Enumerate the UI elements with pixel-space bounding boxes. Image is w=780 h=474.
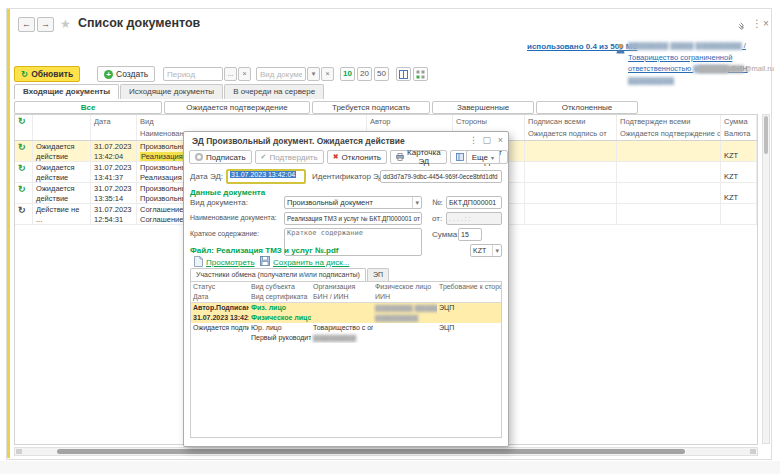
- combo-arrow-icon[interactable]: ▾: [412, 197, 419, 208]
- row-date: 31.07.2023: [94, 205, 133, 215]
- participant-iin-redacted: ▇▇▇▇▇▇▇▇: [375, 313, 435, 323]
- combo-arrow-icon[interactable]: ▾: [492, 245, 499, 256]
- dialog-close-icon[interactable]: ×: [498, 135, 503, 145]
- page-size-10[interactable]: 10: [340, 67, 355, 81]
- participant-requirement: ЭЦП: [439, 323, 499, 333]
- tab-outgoing[interactable]: Исходящие документы: [120, 84, 223, 99]
- page-size-50[interactable]: 50: [374, 67, 389, 81]
- row-date: 31.07.2023: [94, 142, 133, 152]
- col-awaiting-confirm[interactable]: Ожидается подтверждение от: [620, 128, 717, 140]
- tab-signatures[interactable]: ЭП: [367, 268, 389, 281]
- decline-button[interactable]: ✖ Отклонить: [327, 150, 387, 164]
- refresh-button[interactable]: ↻ Обновить: [14, 66, 80, 82]
- doc-type-clear-button[interactable]: ×: [321, 67, 334, 81]
- get-link-icon[interactable]: [736, 21, 746, 31]
- pcol-bin[interactable]: БИН / ИИН: [313, 292, 371, 302]
- participant-row[interactable]: Автор.Подписан 31.07.2023 13:42:04 Физ. …: [191, 303, 501, 323]
- save-file-link[interactable]: Сохранить на диск...: [273, 258, 349, 267]
- dialog-tabs: Участники обмена (получатели и/или подпи…: [190, 268, 390, 281]
- participant-org: Товарищество с огран..: [313, 323, 371, 333]
- pcol-cert[interactable]: Вид сертификата: [251, 292, 309, 302]
- ed-date-value: 31.07.2023 13:42:04: [230, 171, 296, 178]
- sign-label: Подписать: [206, 153, 246, 162]
- filter-completed[interactable]: Завершенные: [432, 101, 534, 114]
- doc-from-field[interactable]: . . . . : :: [446, 212, 502, 225]
- chevron-down-icon: ▾: [491, 154, 494, 161]
- doc-number-field[interactable]: БКТ.ДП000001: [446, 196, 502, 209]
- dialog-maximize-icon[interactable]: ▢: [482, 135, 491, 145]
- col-awaiting-sign[interactable]: Ожидается подпись от: [528, 128, 613, 140]
- pcol-requirement[interactable]: Требование к стороне: [439, 282, 499, 292]
- doc-currency-combo[interactable]: ▾ KZT: [470, 244, 502, 257]
- sign-button[interactable]: Подписать: [189, 150, 252, 164]
- doc-name-field[interactable]: Реализация ТМЗ и услуг № БКТ.ДП000001 от…: [284, 212, 422, 225]
- horizontal-scrollbar[interactable]: [14, 447, 758, 456]
- current-user-info[interactable]: ▇▇▇▇▇▇▇ ▇▇▇▇ ▇▇▇▇▇▇▇▇ / Товарищество сог…: [628, 39, 774, 85]
- filter-need-sign[interactable]: Требуется подписать: [312, 101, 430, 114]
- period-clear-button[interactable]: ×: [238, 67, 251, 81]
- scroll-left-button[interactable]: [16, 449, 22, 454]
- close-window-icon[interactable]: ×: [763, 18, 769, 29]
- col-kind[interactable]: Вид: [140, 116, 363, 128]
- confirm-button[interactable]: ✔ Подтвердить: [255, 150, 324, 164]
- view-file-link[interactable]: Просмотреть: [206, 258, 255, 267]
- col-author[interactable]: Автор: [370, 116, 449, 128]
- doc-kind-value: Произвольный документ: [287, 198, 373, 207]
- tab-incoming[interactable]: Входящие документы: [14, 84, 119, 99]
- period-input[interactable]: [163, 67, 223, 81]
- col-date[interactable]: Дата: [94, 116, 133, 128]
- pcol-subject[interactable]: Вид субъекта: [251, 282, 309, 292]
- participant-row[interactable]: Ожидается подпись Юр. лицо Первый руково…: [191, 323, 501, 343]
- save-icon: [260, 256, 270, 266]
- ed-card-button[interactable]: Карточка ЭД: [390, 150, 447, 164]
- doc-kind-combo[interactable]: ▾ Произвольный документ: [284, 196, 422, 209]
- vertical-scrollbar-thumb[interactable]: [764, 116, 768, 154]
- refresh-label: Обновить: [31, 69, 73, 79]
- scroll-right-button[interactable]: [750, 449, 756, 454]
- form-settings-button[interactable]: [413, 67, 428, 81]
- col-confirmed-all[interactable]: Подтвержден всеми: [620, 116, 717, 128]
- period-choose-button[interactable]: ...: [224, 67, 237, 81]
- favorite-star-icon[interactable]: ★: [60, 17, 71, 31]
- forward-button[interactable]: →: [37, 17, 54, 32]
- col-sum[interactable]: Сумма: [724, 116, 753, 128]
- doc-sum-field[interactable]: 15: [458, 228, 482, 241]
- ed-date-field[interactable]: 31.07.2023 13:42:04: [226, 169, 306, 184]
- row-date: 31.07.2023: [94, 184, 133, 194]
- participants-header: Статус Дата Вид субъекта Вид сертификата…: [191, 282, 501, 303]
- more-button[interactable]: Еще ▾: [466, 150, 500, 164]
- pcol-iin[interactable]: ИИН: [375, 292, 435, 302]
- pcol-person[interactable]: Физическое лицо: [375, 282, 435, 292]
- more-menu-icon[interactable]: ⋮: [752, 18, 762, 29]
- tab-queue[interactable]: В очереди на сервере: [224, 84, 324, 99]
- filter-all[interactable]: Все: [14, 101, 162, 114]
- col-currency[interactable]: Валюта: [724, 128, 753, 140]
- bundle-icon: [456, 153, 464, 161]
- pcol-status[interactable]: Статус: [193, 282, 247, 292]
- doc-sum-label: Сумма:: [432, 230, 459, 239]
- user-email: ▇▇▇▇▇▇▇▇@mail.ru: [628, 64, 774, 73]
- status-icon-column-header: ↻: [15, 115, 33, 140]
- col-parties[interactable]: Стороны: [456, 116, 521, 128]
- horizontal-scrollbar-thumb[interactable]: [57, 449, 685, 454]
- doc-kind-label: Вид документа:: [190, 198, 248, 207]
- ed-document-dialog: ЭД Произвольный документ. Ожидается дейс…: [183, 131, 509, 447]
- pcol-date[interactable]: Дата: [193, 292, 247, 302]
- window-bottom-strip: [0, 461, 780, 474]
- tab-participants[interactable]: Участники обмена (получатели и/или подпи…: [190, 268, 366, 281]
- doc-type-input[interactable]: [256, 67, 306, 81]
- vertical-scrollbar[interactable]: [762, 114, 770, 444]
- page-size-20[interactable]: 20: [357, 67, 372, 81]
- decline-label: Отклонить: [342, 153, 381, 162]
- filter-awaiting-confirm[interactable]: Ожидается подтверждение: [164, 101, 310, 114]
- create-button[interactable]: + Создать: [97, 66, 155, 82]
- ed-id-field[interactable]: dd3d7a79-9dbc-4454-969f-0ece8bfd1dfd: [380, 170, 502, 183]
- filter-declined[interactable]: Отклоненные: [536, 101, 638, 114]
- row-status: Ожидается действие: [36, 142, 87, 161]
- pcol-org[interactable]: Организация: [313, 282, 371, 292]
- view-mode-button[interactable]: [396, 67, 411, 81]
- dialog-more-icon[interactable]: ⋮: [469, 135, 478, 145]
- doc-type-dropdown-button[interactable]: ▾: [307, 67, 320, 81]
- col-signed-all[interactable]: Подписан всеми: [528, 116, 613, 128]
- back-button[interactable]: ←: [18, 17, 35, 32]
